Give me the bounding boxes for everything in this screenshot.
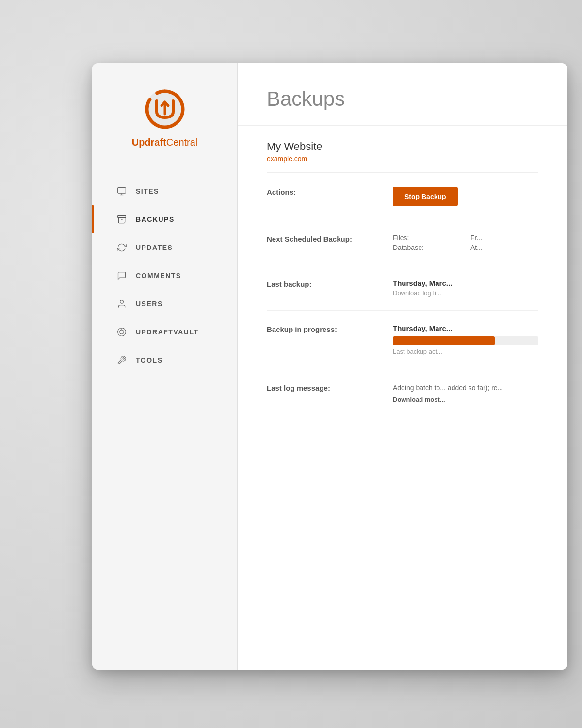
sidebar-item-backups[interactable]: BACKUPS (92, 205, 237, 233)
logo-text: UpdraftCentral (132, 137, 198, 148)
logo-area: UpdraftCentral (132, 63, 198, 167)
sidebar-item-sites-label: SITES (136, 187, 159, 195)
scheduled-grid: Files: Fr... Database: At... (393, 234, 538, 251)
next-scheduled-label: Next Scheduled Backup: (267, 234, 373, 243)
sidebar-item-users[interactable]: USERS (92, 290, 237, 318)
sidebar-item-updraftvault-label: UPDRAFTVAULT (136, 328, 198, 336)
actions-value: Stop Backup (393, 187, 538, 206)
sidebar-item-backups-label: BACKUPS (136, 215, 175, 223)
backup-in-progress-row: Backup in progress: Thursday, Marc... La… (267, 311, 538, 369)
sidebar-item-tools-label: TOOLS (136, 356, 162, 364)
tools-icon (116, 355, 127, 365)
files-value: Fr... (470, 234, 538, 242)
download-most-link[interactable]: Download most... (393, 396, 538, 403)
page-title: Backups (238, 63, 567, 126)
svg-rect-4 (118, 216, 126, 218)
sidebar-item-updates-label: UPDATES (136, 244, 173, 251)
last-log-value: Adding batch to... added so far); re... … (393, 383, 538, 403)
nav-list: SITES BACKUPS UPDATES COMM (92, 167, 237, 384)
sidebar-item-users-label: USERS (136, 300, 163, 308)
backup-in-progress-date: Thursday, Marc... (393, 324, 538, 332)
site-header: My Website example.com (267, 126, 538, 173)
stop-backup-button[interactable]: Stop Backup (393, 187, 458, 206)
files-label: Files: (393, 234, 461, 242)
user-icon (116, 298, 127, 309)
refresh-icon (116, 242, 127, 253)
app-card: UpdraftCentral SITES BACKUPS (92, 63, 567, 670)
main-content: Backups My Website example.com Actions: … (238, 63, 567, 670)
sidebar: UpdraftCentral SITES BACKUPS (92, 63, 238, 670)
last-backup-row: Last backup: Thursday, Marc... Download … (267, 265, 538, 311)
last-log-label: Last log message: (267, 383, 373, 392)
download-log-link[interactable]: Download log fi... (393, 289, 538, 297)
logo-icon (143, 87, 187, 131)
actions-row: Actions: Stop Backup (267, 173, 538, 220)
sidebar-item-updates[interactable]: UPDATES (92, 233, 237, 262)
sidebar-item-comments[interactable]: COMMENTS (92, 262, 237, 290)
site-url: example.com (267, 155, 538, 163)
logo-light: Central (166, 137, 197, 148)
info-section: Actions: Stop Backup Next Scheduled Back… (238, 173, 567, 417)
log-message-text: Adding batch to... added so far); re... (393, 383, 538, 393)
comment-icon (116, 270, 127, 281)
actions-label: Actions: (267, 187, 373, 196)
shield-icon (116, 327, 127, 337)
last-log-row: Last log message: Adding batch to... add… (267, 369, 538, 417)
sidebar-item-comments-label: COMMENTS (136, 272, 181, 280)
next-scheduled-row: Next Scheduled Backup: Files: Fr... Data… (267, 220, 538, 265)
svg-rect-1 (118, 188, 126, 194)
backup-in-progress-value: Thursday, Marc... Last backup act... (393, 324, 538, 355)
database-value: At... (470, 244, 538, 251)
sidebar-item-updraftvault[interactable]: UPDRAFTVAULT (92, 318, 237, 346)
last-backup-act: Last backup act... (393, 348, 538, 355)
progress-bar-fill (393, 336, 495, 345)
sidebar-item-tools[interactable]: TOOLS (92, 346, 237, 374)
logo-bold: Updraft (132, 137, 166, 148)
svg-point-6 (120, 300, 124, 304)
last-backup-value: Thursday, Marc... Download log fi... (393, 279, 538, 297)
progress-bar-container (393, 336, 538, 345)
backup-in-progress-label: Backup in progress: (267, 324, 373, 333)
svg-point-8 (120, 330, 124, 334)
site-card: My Website example.com (238, 126, 567, 173)
monitor-icon (116, 186, 127, 197)
archive-icon (116, 214, 127, 225)
sidebar-item-sites[interactable]: SITES (92, 177, 237, 205)
next-scheduled-value: Files: Fr... Database: At... (393, 234, 538, 251)
site-name: My Website (267, 140, 538, 153)
database-label: Database: (393, 244, 461, 251)
last-backup-date: Thursday, Marc... (393, 279, 538, 287)
last-backup-label: Last backup: (267, 279, 373, 288)
